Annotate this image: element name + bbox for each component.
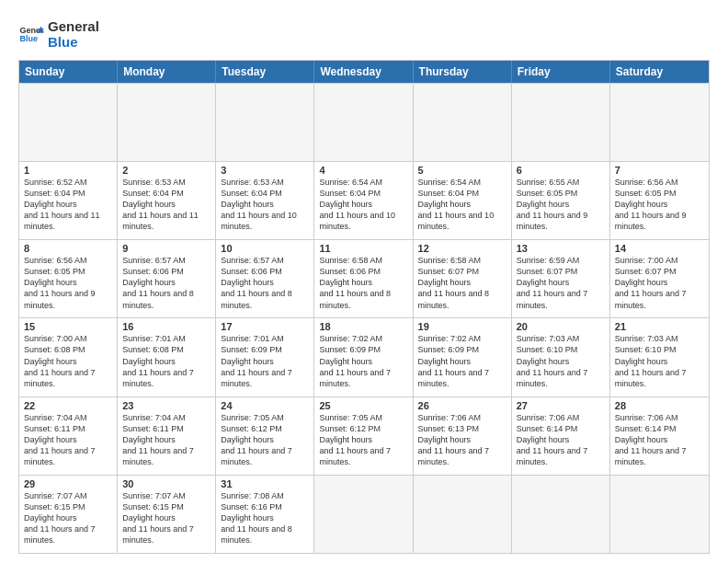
- daylight-value: and 11 hours and 7 minutes.: [221, 445, 309, 467]
- daylight-label: Daylight hours: [221, 199, 309, 210]
- sunset-time: Sunset: 6:06 PM: [221, 266, 309, 277]
- day-number: 4: [319, 165, 407, 176]
- calendar-cell-10: 4Sunrise: 6:54 AMSunset: 6:04 PMDaylight…: [314, 162, 413, 239]
- sunrise-time: Sunrise: 7:05 AM: [221, 412, 309, 423]
- calendar-cell-16: 10Sunrise: 6:57 AMSunset: 6:06 PMDayligh…: [216, 240, 314, 317]
- header-day-tuesday: Tuesday: [216, 61, 314, 83]
- daylight-value: and 11 hours and 8 minutes.: [122, 288, 210, 310]
- day-number: 21: [615, 321, 704, 332]
- daylight-value: and 11 hours and 7 minutes.: [418, 445, 506, 467]
- daylight-label: Daylight hours: [221, 434, 309, 445]
- calendar-cell-19: 13Sunrise: 6:59 AMSunset: 6:07 PMDayligh…: [512, 240, 610, 317]
- daylight-value: and 11 hours and 7 minutes.: [221, 367, 309, 389]
- sunset-time: Sunset: 6:10 PM: [615, 344, 704, 355]
- sunrise-time: Sunrise: 6:56 AM: [24, 255, 112, 266]
- calendar-cell-11: 5Sunrise: 6:54 AMSunset: 6:04 PMDaylight…: [414, 162, 512, 239]
- day-number: 3: [221, 165, 309, 176]
- daylight-value: and 11 hours and 7 minutes.: [24, 445, 112, 467]
- day-number: 23: [122, 400, 210, 411]
- daylight-label: Daylight hours: [122, 199, 210, 210]
- day-number: 13: [517, 243, 605, 254]
- calendar: SundayMondayTuesdayWednesdayThursdayFrid…: [18, 60, 710, 555]
- daylight-label: Daylight hours: [319, 434, 407, 445]
- calendar-cell-20: 14Sunrise: 7:00 AMSunset: 6:07 PMDayligh…: [610, 240, 709, 317]
- calendar-row-5: 29Sunrise: 7:07 AMSunset: 6:15 PMDayligh…: [19, 475, 709, 553]
- sunset-time: Sunset: 6:14 PM: [517, 423, 605, 434]
- daylight-label: Daylight hours: [24, 512, 112, 523]
- calendar-row-4: 22Sunrise: 7:04 AMSunset: 6:11 PMDayligh…: [19, 396, 709, 475]
- daylight-value: and 11 hours and 10 minutes.: [418, 210, 506, 232]
- calendar-cell-3: [314, 84, 413, 161]
- daylight-label: Daylight hours: [24, 356, 112, 367]
- sunrise-time: Sunrise: 7:02 AM: [319, 333, 407, 344]
- daylight-value: and 11 hours and 9 minutes.: [517, 210, 605, 232]
- daylight-label: Daylight hours: [615, 277, 704, 288]
- sunrise-time: Sunrise: 7:03 AM: [517, 333, 605, 344]
- daylight-value: and 11 hours and 7 minutes.: [517, 288, 605, 310]
- calendar-row-1: 1Sunrise: 6:52 AMSunset: 6:04 PMDaylight…: [19, 161, 709, 239]
- calendar-cell-34: 28Sunrise: 7:06 AMSunset: 6:14 PMDayligh…: [610, 397, 709, 475]
- calendar-cell-0: [19, 84, 118, 161]
- daylight-label: Daylight hours: [221, 512, 309, 523]
- sunrise-time: Sunrise: 7:01 AM: [122, 333, 210, 344]
- calendar-cell-25: 19Sunrise: 7:02 AMSunset: 6:09 PMDayligh…: [414, 318, 512, 396]
- day-number: 11: [319, 243, 407, 254]
- daylight-label: Daylight hours: [615, 434, 704, 445]
- daylight-value: and 11 hours and 11 minutes.: [122, 210, 210, 232]
- daylight-label: Daylight hours: [418, 277, 506, 288]
- day-number: 19: [418, 321, 506, 332]
- svg-text:Blue: Blue: [19, 35, 38, 44]
- day-number: 8: [24, 243, 112, 254]
- daylight-label: Daylight hours: [122, 512, 210, 523]
- daylight-label: Daylight hours: [418, 434, 506, 445]
- calendar-cell-7: 1Sunrise: 6:52 AMSunset: 6:04 PMDaylight…: [19, 162, 118, 239]
- day-number: 9: [122, 243, 210, 254]
- sunrise-time: Sunrise: 6:54 AM: [418, 177, 506, 188]
- calendar-cell-8: 2Sunrise: 6:53 AMSunset: 6:04 PMDaylight…: [118, 162, 216, 239]
- daylight-value: and 11 hours and 7 minutes.: [615, 445, 704, 467]
- calendar-cell-5: [512, 84, 610, 161]
- calendar-cell-18: 12Sunrise: 6:58 AMSunset: 6:07 PMDayligh…: [414, 240, 512, 317]
- daylight-label: Daylight hours: [517, 277, 605, 288]
- sunrise-time: Sunrise: 6:53 AM: [221, 177, 309, 188]
- sunrise-time: Sunrise: 6:54 AM: [319, 177, 407, 188]
- sunset-time: Sunset: 6:12 PM: [319, 423, 407, 434]
- day-number: 24: [221, 400, 309, 411]
- sunrise-time: Sunrise: 7:03 AM: [615, 333, 704, 344]
- daylight-value: and 11 hours and 10 minutes.: [319, 210, 407, 232]
- sunset-time: Sunset: 6:04 PM: [122, 188, 210, 199]
- calendar-cell-21: 15Sunrise: 7:00 AMSunset: 6:08 PMDayligh…: [19, 318, 118, 396]
- day-number: 15: [24, 321, 112, 332]
- daylight-label: Daylight hours: [221, 356, 309, 367]
- calendar-cell-31: 25Sunrise: 7:05 AMSunset: 6:12 PMDayligh…: [314, 397, 413, 475]
- daylight-value: and 11 hours and 8 minutes.: [418, 288, 506, 310]
- day-number: 18: [319, 321, 407, 332]
- daylight-label: Daylight hours: [24, 434, 112, 445]
- calendar-cell-39: [414, 476, 512, 553]
- day-number: 27: [517, 400, 605, 411]
- calendar-cell-22: 16Sunrise: 7:01 AMSunset: 6:08 PMDayligh…: [118, 318, 216, 396]
- sunset-time: Sunset: 6:11 PM: [24, 423, 112, 434]
- logo: General Blue General Blue: [18, 18, 99, 51]
- calendar-cell-38: [314, 476, 413, 553]
- sunset-time: Sunset: 6:09 PM: [418, 344, 506, 355]
- daylight-value: and 11 hours and 9 minutes.: [24, 288, 112, 310]
- sunrise-time: Sunrise: 7:00 AM: [615, 255, 704, 266]
- day-number: 1: [24, 165, 112, 176]
- daylight-label: Daylight hours: [615, 356, 704, 367]
- daylight-label: Daylight hours: [122, 434, 210, 445]
- day-number: 2: [122, 165, 210, 176]
- day-number: 28: [615, 400, 704, 411]
- sunrise-time: Sunrise: 7:06 AM: [517, 412, 605, 423]
- logo-blue: Blue: [48, 34, 99, 50]
- daylight-value: and 11 hours and 7 minutes.: [319, 367, 407, 389]
- sunrise-time: Sunrise: 7:04 AM: [122, 412, 210, 423]
- sunset-time: Sunset: 6:04 PM: [319, 188, 407, 199]
- sunset-time: Sunset: 6:06 PM: [122, 266, 210, 277]
- day-number: 5: [418, 165, 506, 176]
- header-day-saturday: Saturday: [610, 61, 709, 83]
- calendar-cell-17: 11Sunrise: 6:58 AMSunset: 6:06 PMDayligh…: [314, 240, 413, 317]
- calendar-cell-41: [610, 476, 709, 553]
- sunset-time: Sunset: 6:07 PM: [517, 266, 605, 277]
- day-number: 12: [418, 243, 506, 254]
